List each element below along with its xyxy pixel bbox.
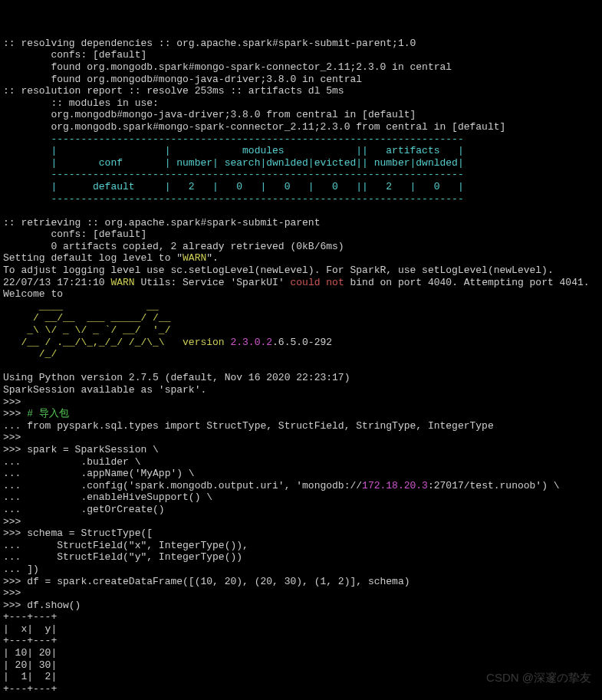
log-line: Setting default log level to "WARN".: [3, 252, 219, 264]
line: 0 artifacts copied, 2 already retrieved …: [3, 241, 344, 252]
comment: # 导入包: [27, 408, 69, 419]
repl-line: >>> schema = StructType([: [3, 527, 153, 539]
repl-cont: ... ]): [3, 564, 39, 575]
repl-cont: ... StructField("y", IntegerType()): [3, 551, 242, 563]
ascii-logo: ____ __: [3, 301, 159, 312]
repl-line: >>> spark = SparkSession \: [3, 444, 159, 455]
repl-line: >>> df = spark.createDataFrame([(10, 20)…: [3, 576, 410, 587]
warn-level: WARN: [110, 277, 134, 288]
repl-prompt: >>>: [3, 396, 21, 408]
version-number: 2.3.0.2: [230, 337, 272, 348]
line: confs: [default]: [3, 49, 146, 61]
repl-prompt: >>>: [3, 587, 21, 599]
df-output: | 1| 2|: [3, 671, 57, 682]
warn-level: WARN: [183, 252, 206, 264]
ip-address: 172.18.20.3: [362, 480, 428, 491]
repl-line: >>> df.show(): [3, 600, 81, 611]
line: confs: [default]: [3, 228, 146, 240]
env-info: SparkSession available as 'spark'.: [3, 384, 206, 396]
env-info: Using Python version 2.7.5 (default, Nov…: [3, 372, 350, 383]
line: :: modules in use:: [3, 97, 159, 109]
ascii-logo: / __/__ ___ _____/ /__: [3, 312, 170, 324]
table-border: ----------------------------------------…: [3, 193, 464, 205]
line: found org.mongodb#mongo-java-driver;3.8.…: [3, 74, 362, 85]
table-header: | conf | number| search|dwnlded|evicted|…: [3, 157, 464, 169]
df-output: +---+---+: [3, 683, 57, 695]
table-border: ----------------------------------------…: [3, 169, 464, 180]
df-output: +---+---+: [3, 611, 57, 623]
repl-prompt: >>>: [3, 432, 21, 443]
repl-cont: ... .getOrCreate(): [3, 504, 165, 515]
repl-cont: ... .builder \: [3, 456, 140, 468]
line: found org.mongodb.spark#mongo-spark-conn…: [3, 61, 452, 73]
repl-cont: ... .appName('MyApp') \: [3, 468, 195, 479]
line: :: resolving dependencies :: org.apache.…: [3, 38, 416, 49]
table-border: ----------------------------------------…: [3, 133, 464, 145]
repl-line: ... from pyspark.sql.types import Struct…: [3, 420, 494, 432]
df-output: +---+---+: [3, 635, 57, 646]
ascii-logo: _\ \/ _ \/ _ `/ __/ '_/: [3, 324, 170, 336]
repl-line: >>> # 导入包: [3, 408, 69, 419]
repl-prompt: >>>: [3, 516, 21, 527]
welcome-text: Welcome to: [3, 288, 63, 300]
df-output: | 10| 20|: [3, 647, 57, 659]
error-text: could not: [291, 277, 344, 288]
line: org.mongodb.spark#mongo-spark-connector_…: [3, 121, 505, 133]
log-line: To adjust logging level use sc.setLogLev…: [3, 265, 554, 276]
log-line: 22/07/13 17:21:10 WARN Utils: Service 'S…: [3, 277, 590, 288]
table-row: | default | 2 | 0 | 0 | 0 || 2 | 0 |: [3, 181, 464, 192]
repl-cont: ... .config('spark.mongodb.output.uri', …: [3, 480, 560, 491]
line: :: resolution report :: resolve 253ms ::…: [3, 85, 344, 97]
repl-cont: ... .enableHiveSupport() \: [3, 491, 212, 503]
ascii-logo: /_/: [3, 348, 57, 360]
line: org.mongodb#mongo-java-driver;3.8.0 from…: [3, 109, 416, 120]
df-output: | 20| 30|: [3, 659, 57, 671]
ascii-logo: /__ / .__/\_,_/_/ /_/\_\ version 2.3.0.2…: [3, 337, 332, 348]
df-output: | x| y|: [3, 623, 57, 635]
line: :: retrieving :: org.apache.spark#spark-…: [3, 217, 320, 228]
table-header: | | modules || artifacts |: [3, 145, 464, 156]
repl-cont: ... StructField("x", IntegerType()),: [3, 540, 248, 551]
terminal-output[interactable]: :: resolving dependencies :: org.apache.…: [3, 38, 599, 700]
